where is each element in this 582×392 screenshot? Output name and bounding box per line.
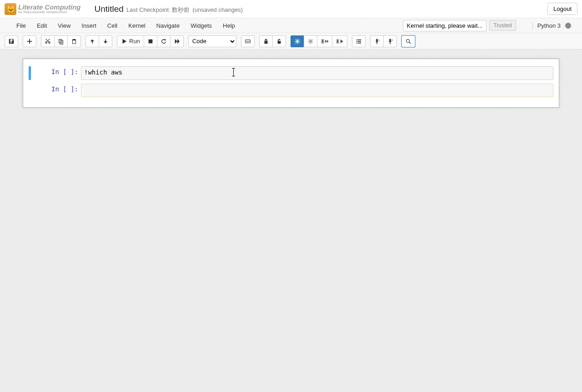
restart-button[interactable]: [157, 35, 171, 47]
logo[interactable]: 🐱 Literate Computing for Reproducible In…: [5, 3, 81, 15]
logo-icon: 🐱: [5, 3, 16, 15]
svg-point-7: [406, 39, 409, 42]
svg-rect-3: [247, 41, 248, 42]
toc-button[interactable]: [352, 35, 366, 47]
cell-prompt: In [ ]:: [31, 84, 81, 97]
run-button[interactable]: Run: [117, 35, 144, 47]
cell-input[interactable]: !which aws: [81, 66, 553, 80]
unlock-button[interactable]: [272, 35, 286, 47]
menu-widgets[interactable]: Widgets: [185, 18, 217, 33]
logo-subtitle: for Reproducible Infrastructure: [18, 10, 81, 14]
menu-edit[interactable]: Edit: [31, 18, 52, 33]
kernel-name[interactable]: Python 3: [532, 22, 561, 29]
add-cell-button[interactable]: [23, 35, 36, 47]
freeze-button[interactable]: [291, 35, 304, 47]
interrupt-button[interactable]: [144, 35, 157, 47]
pin-add-button[interactable]: +: [370, 35, 384, 47]
code-cell[interactable]: In [ ]: !which aws: [26, 65, 556, 82]
freeze-all-button[interactable]: [332, 35, 347, 47]
svg-rect-0: [148, 39, 152, 43]
paste-button[interactable]: [67, 35, 81, 47]
search-button[interactable]: [401, 35, 415, 47]
svg-text:1: 1: [391, 38, 393, 41]
menu-cell[interactable]: Cell: [102, 18, 123, 33]
cell-type-select[interactable]: Code: [188, 35, 236, 47]
cell-source: !which aws: [84, 69, 122, 76]
cell-input[interactable]: [81, 84, 553, 97]
lock-button[interactable]: [259, 35, 273, 47]
save-button[interactable]: [5, 35, 18, 47]
command-palette-button[interactable]: [241, 35, 255, 47]
notebook-background: In [ ]: !which aws In [ ]:: [0, 50, 582, 392]
checkpoint-text: Last Checkpoint: 数秒前: [126, 6, 190, 14]
copy-button[interactable]: [54, 35, 68, 47]
menubar: File Edit View Insert Cell Kernel Naviga…: [0, 18, 582, 33]
toolbar: Run Code + 1: [0, 33, 582, 50]
menu-kernel[interactable]: Kernel: [123, 18, 151, 33]
svg-rect-4: [249, 41, 250, 42]
cell-prompt: In [ ]:: [31, 66, 81, 80]
cut-button[interactable]: [41, 35, 55, 47]
svg-text:+: +: [378, 38, 380, 41]
menu-help[interactable]: Help: [217, 18, 241, 33]
kernel-indicator-icon: [565, 23, 571, 29]
menu-view[interactable]: View: [52, 18, 76, 33]
move-down-button[interactable]: [99, 35, 112, 47]
notebook-container: In [ ]: !which aws In [ ]:: [23, 59, 559, 108]
svg-rect-2: [246, 41, 247, 42]
header: 🐱 Literate Computing for Reproducible In…: [0, 0, 582, 18]
logo-title: Literate Computing: [18, 4, 81, 10]
text-cursor-icon: [233, 68, 234, 76]
pin-remove-button[interactable]: 1: [383, 35, 397, 47]
restart-run-all-button[interactable]: [170, 35, 184, 47]
logout-button[interactable]: Logout: [547, 3, 577, 15]
unfreeze-button[interactable]: [304, 35, 317, 47]
menu-file[interactable]: File: [11, 18, 31, 33]
play-icon: [121, 38, 127, 45]
move-up-button[interactable]: [85, 35, 99, 47]
menu-insert[interactable]: Insert: [76, 18, 102, 33]
notebook-title[interactable]: Untitled: [95, 4, 124, 14]
code-cell[interactable]: In [ ]:: [26, 82, 556, 99]
freeze-below-button[interactable]: [317, 35, 332, 47]
kernel-status: Kernel starting, please wait...: [403, 20, 487, 31]
run-label: Run: [129, 38, 140, 45]
menu-navigate[interactable]: Navigate: [151, 18, 185, 33]
unsaved-text: (unsaved changes): [192, 6, 243, 13]
trusted-badge[interactable]: Trusted: [489, 20, 516, 31]
